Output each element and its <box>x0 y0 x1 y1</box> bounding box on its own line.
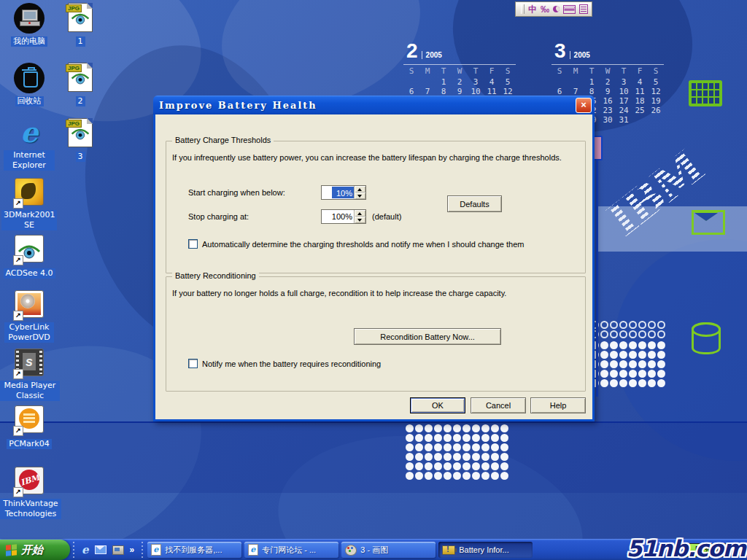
dot <box>406 453 414 461</box>
dot <box>472 434 480 442</box>
dot <box>600 330 608 338</box>
stop-charging-spinbox[interactable]: 100% <box>321 209 366 224</box>
calendar-day-header: M <box>419 64 436 76</box>
dot <box>491 424 499 432</box>
desktop-icon-internet-explorer[interactable]: e Internet Explorer <box>0 118 58 171</box>
quick-launch-mail-icon[interactable] <box>95 545 107 554</box>
spin-up-button[interactable] <box>355 210 365 217</box>
spin-up-button[interactable] <box>355 186 365 192</box>
desktop-icon-recycle-bin[interactable]: 回收站 <box>0 63 58 106</box>
calendar-day: 24 <box>616 106 632 115</box>
dot <box>415 434 423 442</box>
dot <box>629 330 637 338</box>
dot <box>406 434 414 442</box>
dot <box>657 330 665 338</box>
dot <box>648 360 656 368</box>
dot <box>648 379 656 387</box>
default-suffix-label: (default) <box>372 212 401 221</box>
start-charging-value[interactable]: 10% <box>332 187 354 198</box>
dialog-titlebar[interactable]: Improve Battery Health × <box>153 96 595 114</box>
dot <box>619 341 627 349</box>
calendar-day: 1 <box>584 77 600 87</box>
calendar-day-header: W <box>452 64 468 76</box>
desktop-icon-3dmark2001[interactable]: ↗ 3DMark2001 SE <box>0 178 58 230</box>
ok-button[interactable]: OK <box>410 397 465 413</box>
desktop-icon-acdsee[interactable]: ↗ ACDSee 4.0 <box>0 235 58 279</box>
dot <box>610 341 618 349</box>
dot <box>500 443 508 451</box>
notify-recondition-checkbox[interactable] <box>188 359 198 368</box>
dot <box>657 360 665 368</box>
desktop-icon-thinkvantage[interactable]: IBM ↗ ThinkVantage Technologies <box>0 467 58 519</box>
start-charging-spinbox[interactable]: 10% <box>321 185 366 200</box>
group-legend: Battery Charge Thresholds <box>172 136 274 144</box>
dot <box>444 453 452 461</box>
dot <box>610 351 618 359</box>
task-label: 找不到服务器,... <box>165 545 222 556</box>
spin-down-button[interactable] <box>355 217 365 223</box>
task-button-paint[interactable]: 3 - 画图 <box>341 542 436 558</box>
quick-launch-overflow-chevron[interactable]: » <box>130 545 135 555</box>
stop-charging-value[interactable]: 100% <box>322 210 354 223</box>
desktop-icon-jpg-2[interactable]: JPG 2 <box>58 63 102 106</box>
punctuation-moon-icon[interactable] <box>553 6 560 12</box>
desktop: IBM 2 2005 SMTWTFS1234567891011121314151… <box>0 0 747 560</box>
taskbar-separator <box>140 542 144 558</box>
language-bar[interactable]: 中 ‰ <box>515 1 592 17</box>
dot <box>425 434 433 442</box>
cancel-button[interactable]: Cancel <box>471 397 526 413</box>
task-button-server-not-found[interactable]: 找不到服务器,... <box>147 542 241 558</box>
icon-label: Internet Explorer <box>4 150 55 171</box>
help-button[interactable]: Help <box>530 397 586 413</box>
quick-launch-show-desktop-icon[interactable] <box>112 545 124 555</box>
calendar-day: 16 <box>600 96 616 106</box>
dot <box>415 462 423 470</box>
calendar-day <box>632 115 648 125</box>
shortcut-arrow-icon: ↗ <box>13 426 23 436</box>
dot <box>619 321 627 329</box>
dot <box>619 370 627 378</box>
width-toggle-icon[interactable]: ‰ <box>541 5 549 14</box>
close-button[interactable]: × <box>576 98 592 113</box>
auto-threshold-checkbox-row[interactable]: Automatically determine the charging thr… <box>188 239 524 249</box>
calendar-day-header: F <box>632 64 648 76</box>
task-label: 3 - 画图 <box>360 545 388 556</box>
dot <box>491 472 499 480</box>
keyboard-icon[interactable] <box>563 5 576 14</box>
dot <box>610 360 618 368</box>
dot <box>406 443 414 451</box>
task-button-forum[interactable]: 专门网论坛 - ... <box>244 542 338 558</box>
defaults-button[interactable]: Defaults <box>447 195 502 212</box>
recondition-battery-button[interactable]: Recondition Battery Now... <box>354 328 501 345</box>
dot <box>444 443 452 451</box>
ime-mode-icon[interactable]: 中 <box>528 5 537 14</box>
desktop-icon-pcmark04[interactable]: ↗ PCMark04 <box>0 405 58 449</box>
dot <box>619 330 627 338</box>
calendar-day-header: T <box>468 64 484 76</box>
dot <box>610 321 618 329</box>
desktop-icon-powerdvd[interactable]: ↗ CyberLink PowerDVD <box>0 290 58 343</box>
desktop-icon-my-computer[interactable]: 我的电脑 <box>0 3 58 47</box>
language-bar-grip[interactable] <box>521 4 525 14</box>
quick-launch-ie-icon[interactable]: e <box>82 543 89 556</box>
notify-recondition-checkbox-row[interactable]: Notify me when the battery requires reco… <box>188 359 381 368</box>
dot <box>462 472 471 480</box>
dot <box>648 351 656 359</box>
dot <box>619 379 627 387</box>
desktop-icon-media-player-classic[interactable]: s ↗ Media Player Classic <box>0 349 58 401</box>
jpg-file-icon: JPG <box>68 63 93 92</box>
dot <box>425 472 433 480</box>
dot <box>434 443 442 451</box>
dot <box>434 462 442 470</box>
auto-threshold-checkbox[interactable] <box>188 239 198 249</box>
dot <box>638 341 646 349</box>
menu-icon[interactable] <box>579 4 588 14</box>
spin-down-button[interactable] <box>355 192 365 199</box>
desktop-icon-jpg-1[interactable]: JPG 1 <box>58 3 102 47</box>
shortcut-arrow-icon: ↗ <box>13 198 23 209</box>
start-button[interactable]: 开始 <box>0 540 70 560</box>
desktop-icon-jpg-3[interactable]: JPG 3 <box>58 118 102 162</box>
dot <box>629 341 637 349</box>
checkbox-label: Automatically determine the charging thr… <box>202 240 524 249</box>
task-button-battery-information[interactable]: Battery Infor... <box>438 542 533 558</box>
